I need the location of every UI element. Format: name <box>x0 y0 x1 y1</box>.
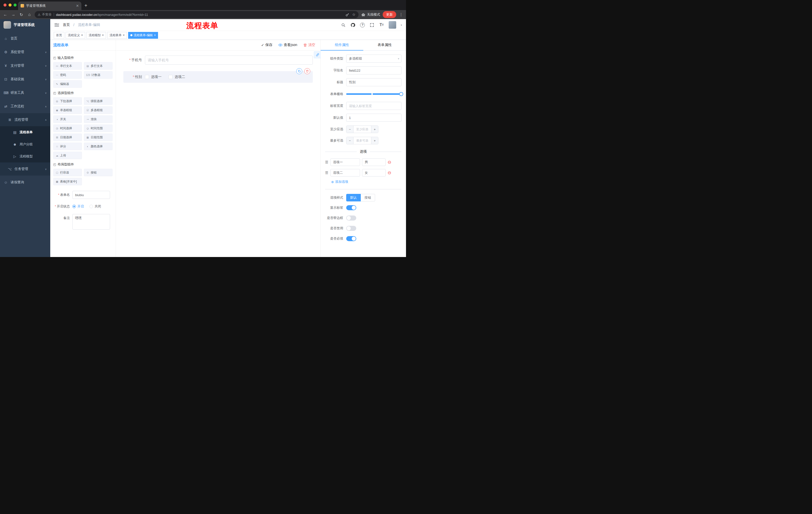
component-chip[interactable]: ◎ 下拉选择 <box>53 97 82 105</box>
bookmark-star-icon[interactable]: ☆ <box>352 12 355 17</box>
option-value-input[interactable] <box>362 158 386 166</box>
option-style-button[interactable]: 按钮 <box>361 194 375 201</box>
tag[interactable]: 流程表单 × <box>107 32 127 39</box>
form-remark-textarea[interactable]: 嘿嘿 <box>72 214 110 229</box>
avatar-caret-icon[interactable]: ▾ <box>401 24 402 26</box>
tag-close-icon[interactable]: × <box>102 34 104 37</box>
github-icon[interactable] <box>350 22 355 27</box>
user-avatar[interactable] <box>389 21 396 29</box>
hamburger-icon[interactable] <box>54 22 59 27</box>
close-window-button[interactable] <box>3 3 6 6</box>
checkbox-option[interactable]: 选项二 <box>169 75 185 79</box>
sidebar-item[interactable]: ▤ 流程表单 <box>0 126 50 138</box>
decrease-button[interactable]: − <box>346 137 353 144</box>
font-size-icon[interactable]: TT <box>379 22 384 27</box>
drag-handle-icon[interactable]: ☰ <box>325 171 328 175</box>
component-chip[interactable]: ✎ 编辑器 <box>53 80 82 88</box>
sidebar-item[interactable]: ≣ 流程管理 ∧ <box>0 113 50 126</box>
default-value-input[interactable] <box>346 114 402 122</box>
tab-close-icon[interactable]: ✕ <box>76 4 79 8</box>
component-chip[interactable]: ◐ 颜色选择 <box>84 142 113 150</box>
delete-component-button[interactable] <box>304 68 310 74</box>
component-chip[interactable]: ▤ 多行文本 <box>84 62 113 70</box>
component-chip[interactable]: ⋯ 密码 <box>53 71 82 79</box>
max-select-placeholder[interactable]: 最多可选 <box>353 137 371 144</box>
drawing-board[interactable]: 手机号 性别 选项一 <box>116 51 320 257</box>
reload-icon[interactable]: ↻ <box>19 12 24 17</box>
tag-close-icon[interactable]: × <box>123 34 125 37</box>
sidebar-item[interactable]: ⚙ 系统管理 ∨ <box>0 45 50 59</box>
field-name-input[interactable] <box>346 66 402 75</box>
option-label-input[interactable] <box>330 169 360 177</box>
fullscreen-icon[interactable] <box>370 22 375 27</box>
save-button[interactable]: ✓ 保存 <box>261 43 272 47</box>
checkbox-option[interactable]: 选项一 <box>145 75 162 79</box>
search-icon[interactable] <box>341 22 346 27</box>
grid-slider[interactable] <box>346 90 402 98</box>
sidebar-item[interactable]: ☻ 用户分组 <box>0 138 50 151</box>
copy-component-button[interactable] <box>296 68 302 74</box>
remove-option-icon[interactable]: ⊖ <box>388 170 392 175</box>
zoom-window-button[interactable] <box>13 3 17 6</box>
tag-close-icon[interactable]: × <box>154 34 156 37</box>
minimize-window-button[interactable] <box>8 3 11 6</box>
clear-button[interactable]: 清空 <box>303 43 315 47</box>
tag[interactable]: 流程表单-编辑 × <box>128 32 158 39</box>
toggle-switch[interactable] <box>346 226 356 231</box>
remove-option-icon[interactable]: ⊖ <box>388 160 392 164</box>
security-warning[interactable]: ⚠ 不安全 <box>38 12 52 17</box>
new-tab-button[interactable]: + <box>84 3 87 10</box>
home-icon[interactable]: ⌂ <box>27 12 32 17</box>
phone-input[interactable] <box>145 56 313 64</box>
slider-handle[interactable] <box>399 92 403 96</box>
increase-button[interactable]: + <box>371 137 378 144</box>
component-chip[interactable]: ⊸ 滑块 <box>84 115 113 123</box>
component-chip[interactable]: ◑ 开关 <box>53 115 82 123</box>
help-icon[interactable]: ? <box>360 22 365 27</box>
view-json-button[interactable]: 查看json <box>279 43 297 47</box>
option-label-input[interactable] <box>330 158 360 166</box>
update-button[interactable]: 更新 <box>383 11 396 18</box>
component-chip[interactable]: ☑ 多选框组 <box>84 106 113 114</box>
min-select-placeholder[interactable]: 至少应选 <box>353 126 371 133</box>
browser-tab[interactable]: 芋道管理系统 ✕ <box>18 1 81 10</box>
back-icon[interactable]: ← <box>2 12 8 17</box>
component-chip[interactable]: ▩ 表格[开发中] <box>53 178 82 185</box>
sidebar-item[interactable]: ¥ 支付管理 ∨ <box>0 59 50 73</box>
status-radio-off[interactable]: 关闭 <box>89 204 101 209</box>
sidebar-item[interactable]: ⌥ 任务管理 ∨ <box>0 162 50 175</box>
decrease-button[interactable]: − <box>346 126 353 133</box>
sidebar-item[interactable]: ▷ 流程模型 <box>0 151 50 162</box>
component-chip[interactable]: ▢ 行容器 <box>53 169 82 176</box>
component-chip[interactable]: ◉ 单选框组 <box>53 106 82 114</box>
title-input[interactable] <box>346 78 402 86</box>
component-chip[interactable]: ▦ 日期范围 <box>84 134 113 141</box>
form-name-input[interactable] <box>72 191 110 199</box>
increase-button[interactable]: + <box>371 126 378 133</box>
breadcrumb-home[interactable]: 首页 <box>63 23 70 27</box>
sidebar-item[interactable]: ☺ 请假查询 <box>0 175 50 189</box>
toggle-switch[interactable] <box>346 236 356 241</box>
component-chip[interactable]: ⌥ 级联选择 <box>84 97 113 105</box>
address-bar[interactable]: ⚠ 不安全 dashboard.yudao.iocoder.cn/bpm/man… <box>35 11 358 18</box>
option-style-default[interactable]: 默认 <box>346 194 361 201</box>
toggle-switch[interactable] <box>346 216 356 220</box>
tab-component-props[interactable]: 组件属性 <box>321 40 363 50</box>
password-key-icon[interactable] <box>345 13 349 17</box>
sidebar-item[interactable]: ⇄ 工作流程 ∧ <box>0 100 50 113</box>
tag[interactable]: 流程定义 × <box>65 32 85 39</box>
tag[interactable]: 流程模型 × <box>86 32 106 39</box>
sidebar-logo[interactable]: 芋道管理系统 <box>0 19 50 31</box>
browser-menu-icon[interactable]: ⋮ <box>399 12 404 17</box>
tag[interactable]: 首页 <box>54 32 64 39</box>
label-width-input[interactable] <box>346 102 402 110</box>
component-chip[interactable]: ☆ 评分 <box>53 142 82 150</box>
forward-icon[interactable]: → <box>10 12 16 17</box>
add-option-button[interactable]: ⊕ 添加选项 <box>331 180 402 184</box>
component-chip[interactable]: ◷ 时间选择 <box>53 125 82 132</box>
option-value-input[interactable] <box>362 169 386 177</box>
gender-field-row-selected[interactable]: 性别 选项一 <box>123 71 313 83</box>
sidebar-item[interactable]: ⌂ 首页 <box>0 32 50 45</box>
link-icon[interactable] <box>314 51 321 58</box>
component-chip[interactable]: ⊙ 按钮 <box>84 169 113 176</box>
